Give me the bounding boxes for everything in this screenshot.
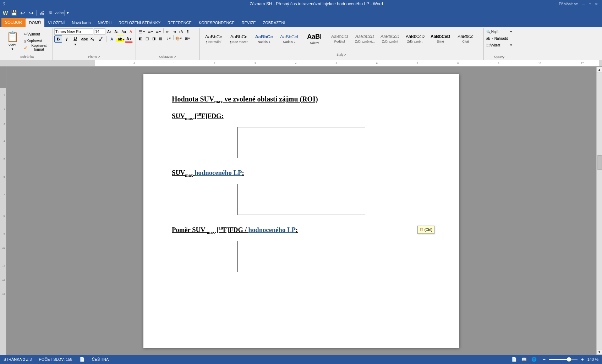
line-spacing-button[interactable]: ↕▼	[166, 35, 173, 42]
change-case-btn[interactable]: Aa	[120, 28, 127, 35]
redo-button[interactable]: ↪	[27, 9, 35, 17]
group-styly-expand[interactable]: ↗	[344, 53, 346, 56]
paste-dropdown[interactable]: ▼	[11, 48, 14, 51]
style-heading2[interactable]: AaBbCcI Nadpis 2	[277, 28, 302, 49]
print-preview-button[interactable]: 🖨	[38, 9, 46, 17]
numbering-button[interactable]: ≡▼	[147, 28, 155, 35]
ctrl-tooltip[interactable]: 📋 (Ctrl)	[417, 226, 434, 234]
quick-print-button[interactable]: 🖶	[46, 9, 54, 17]
scroll-down-button[interactable]: ▼	[597, 349, 602, 355]
tab-domu[interactable]: DOMŮ	[26, 18, 45, 27]
group-odstavec: ☰▼ ≡▼ ≡▼ ⇤ ⇥ ↕A ¶ ◧ ◫ ◨ ▤ ↕▼ 🎨▼ ⊞▼	[136, 28, 200, 60]
style-intense-quote[interactable]: AaBbCc Výrazný ci...	[201, 49, 226, 51]
paste-button[interactable]: 📋 Vložit ▼	[3, 30, 22, 51]
undo-button[interactable]: ↩	[18, 9, 26, 17]
text-effects-button[interactable]: A	[108, 35, 116, 43]
font-color-button[interactable]: A▼	[125, 35, 133, 43]
replace-button[interactable]: ab→ Nahradit	[485, 35, 514, 42]
login-label[interactable]: Přihlásit se	[559, 2, 578, 6]
tab-reference[interactable]: REFERENCE	[164, 18, 195, 27]
vertical-scrollbar[interactable]: ▲ ▼	[596, 67, 602, 355]
tab-navrh[interactable]: NÁVRH	[94, 18, 115, 27]
zoom-knob[interactable]	[567, 357, 571, 362]
style-subtitle[interactable]: AaBbCcI Podtitul	[327, 28, 352, 49]
tab-zobrazeni[interactable]: ZOBRAZENÍ	[259, 18, 289, 27]
scroll-track[interactable]	[597, 72, 602, 349]
group-pismo: A↑ A↓ Aa A B I U ▼ abc x2 x2 A ab▼ A▼	[53, 28, 136, 60]
align-center-button[interactable]: ◫	[144, 35, 150, 42]
style-heading1[interactable]: AaBbCc Nadpis 1	[252, 28, 277, 49]
style-quote[interactable]: AaBbCc Citát	[453, 28, 478, 49]
tab-korespondence[interactable]: KORESPONDENCE	[195, 18, 238, 27]
shading-button[interactable]: 🎨▼	[174, 35, 184, 42]
text-highlight-button[interactable]: ab▼	[116, 35, 124, 43]
bold-button[interactable]: B	[54, 35, 62, 43]
tab-rozlozeni[interactable]: ROZLOŽENÍ STRÁNKY	[115, 18, 164, 27]
superscript-button[interactable]: x2	[97, 35, 105, 43]
ctrl-tooltip-text[interactable]: (Ctrl)	[425, 228, 432, 232]
zoom-in-button[interactable]: +	[579, 356, 586, 363]
bullets-button[interactable]: ☰▼	[137, 28, 147, 35]
tab-revize[interactable]: REVIZE	[238, 18, 259, 27]
style-emphasis1[interactable]: AaBbCcD Zdůrazněné...	[352, 28, 377, 49]
restore-button[interactable]: □	[587, 1, 593, 7]
justify-button[interactable]: ▤	[158, 35, 164, 42]
group-styly: AaBbCc ¶ Normální AaBbCc ¶ Bez mezer AaB…	[200, 28, 484, 60]
tab-vlozeni[interactable]: VLOŽENÍ	[44, 18, 68, 27]
tab-nova-karta[interactable]: Nová karta	[68, 18, 94, 27]
style-emphasis3[interactable]: AaBbCcD Zdůrazně...	[403, 28, 428, 49]
strikethrough-button[interactable]: abc	[80, 35, 88, 43]
format-copy-button[interactable]: 🖌 Kopírovat formát	[23, 44, 51, 51]
group-odstavec-expand[interactable]: ↗	[174, 55, 176, 59]
find-button[interactable]: 🔍 Najít ▼	[485, 28, 514, 35]
separator	[106, 36, 106, 42]
read-view-button[interactable]: 📖	[521, 356, 528, 363]
select-button[interactable]: ⬚ Vybrat ▼	[485, 42, 514, 48]
align-left-button[interactable]: ◧	[137, 35, 144, 42]
borders-button[interactable]: ⊞▼	[184, 35, 192, 42]
group-pismo-expand[interactable]: ↗	[98, 55, 100, 59]
decrease-indent-button[interactable]: ⇤	[164, 28, 171, 35]
font-size-input[interactable]	[94, 28, 105, 35]
style-normal[interactable]: AaBbCc ¶ Normální	[201, 28, 226, 49]
spell-check-button[interactable]: ✓abc	[55, 9, 63, 17]
tab-soubor[interactable]: SOUBOR	[1, 18, 26, 27]
style-strong[interactable]: AaBbCeD Silné	[428, 28, 453, 49]
font-size-decrease-btn[interactable]: A↓	[113, 28, 120, 35]
save-button[interactable]: 💾	[10, 9, 18, 17]
style-no-space[interactable]: AaBbCc ¶ Bez mezer	[226, 28, 251, 49]
cut-button[interactable]: ✂ Vyjmout	[23, 31, 51, 37]
document-scroll-area[interactable]: Hodnota SUVmax ve zvolené oblasti zájmu …	[6, 67, 596, 355]
zoom-slider[interactable]	[549, 359, 578, 360]
copy-button[interactable]: ⎘ Kopírovat	[23, 38, 51, 44]
customize-arrow[interactable]: ▼	[66, 11, 70, 15]
increase-indent-button[interactable]: ⇥	[171, 28, 177, 35]
zoom-out-button[interactable]: −	[541, 356, 548, 363]
format-copy-label: Kopírovat formát	[28, 44, 50, 51]
italic-button[interactable]: I	[63, 35, 71, 43]
sort-button[interactable]: ↕A	[178, 28, 184, 35]
minimize-button[interactable]: ─	[581, 1, 586, 7]
align-right-button[interactable]: ◨	[151, 35, 157, 42]
ribbon-tabs: SOUBOR DOMŮ VLOŽENÍ Nová karta NÁVRH ROZ…	[0, 18, 602, 27]
web-view-button[interactable]: 🌐	[531, 356, 538, 363]
scroll-up-button[interactable]: ▲	[597, 67, 602, 72]
subscript-button[interactable]: x2	[88, 35, 96, 43]
macro-icon: 📄	[80, 357, 85, 362]
word-icon-btn[interactable]: W	[1, 9, 9, 17]
copy-label: Kopírovat	[27, 39, 42, 43]
clear-format-btn[interactable]: A	[128, 28, 134, 35]
scroll-thumb[interactable]	[597, 155, 602, 170]
print-view-button[interactable]: 📄	[511, 356, 518, 363]
clipboard-secondary: ✂ Vyjmout ⎘ Kopírovat 🖌 Kopírovat formát	[23, 31, 51, 51]
underline-button[interactable]: U ▼	[71, 35, 79, 43]
help-icon[interactable]: ?	[3, 1, 5, 7]
show-paragraph-button[interactable]: ¶	[185, 28, 191, 35]
font-name-input[interactable]	[54, 28, 93, 35]
close-button[interactable]: ✕	[593, 1, 599, 7]
language: ČEŠTINA	[92, 357, 109, 362]
multilevel-list-button[interactable]: ≡▼	[155, 28, 163, 35]
style-title[interactable]: AaBl Název	[302, 28, 327, 49]
font-size-increase-btn[interactable]: A↑	[106, 28, 113, 35]
style-emphasis2[interactable]: AaBbCcD Zdůraznění	[378, 28, 403, 49]
